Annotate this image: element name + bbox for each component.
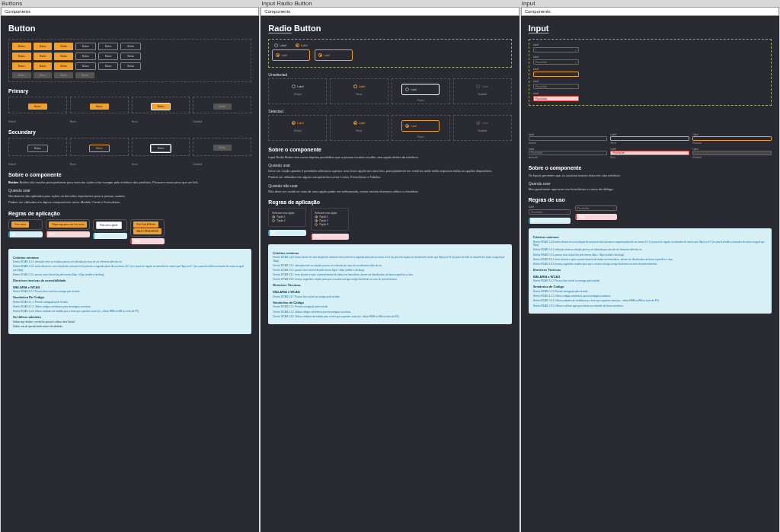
about-heading: Sobre o componente: [268, 147, 511, 152]
state-label: Focused: [692, 142, 772, 145]
input-example-bad[interactable]: Placeholder⌄: [575, 205, 617, 211]
button-outline[interactable]: Button: [98, 53, 119, 60]
button-outline[interactable]: Button: [98, 62, 119, 70]
wai-item: Diretriz WCAG 2.4.7: Possuir foco visíve…: [533, 279, 767, 282]
input-inactive[interactable]: [529, 136, 608, 141]
radio-opt[interactable]: Opção 1: [315, 215, 345, 218]
input-activated[interactable]: Placeholder: [529, 151, 608, 155]
radio-default[interactable]: Label: [289, 84, 306, 89]
select-example-bad: Selecione uma opção: Opção 1 Opção 2 Opç…: [311, 208, 349, 231]
radio-sel-default[interactable]: Label: [289, 120, 306, 126]
chevron-icon: ⌄: [574, 60, 577, 64]
radio-selected-boxed[interactable]: Label: [315, 49, 353, 61]
button-disabled: Button: [12, 72, 31, 78]
radio-opt[interactable]: Opção 2: [272, 219, 302, 222]
section-selected: Selected: [268, 109, 511, 113]
button-primary[interactable]: Button: [34, 62, 53, 70]
when-text: Geralmente são aplicados para ações ou d…: [8, 194, 251, 198]
input-variants: Label|⌄ LabelPlaceholder⌄ Label|⌄ LabelP…: [529, 39, 772, 106]
radio-opt[interactable]: Opção 2: [315, 219, 345, 222]
radio-sel-hover[interactable]: Label: [351, 120, 368, 126]
crit-item: Diretriz WCAG 1.4.3: textos devem ter um…: [273, 256, 507, 262]
about-heading: Sobre o componente: [8, 172, 251, 177]
button-outline[interactable]: Button: [120, 43, 141, 50]
button-primary[interactable]: Button: [34, 43, 53, 50]
button-outline[interactable]: Button: [120, 62, 141, 70]
cta-fale-upper[interactable]: FALE COM A GENTE: [133, 228, 161, 234]
when-heading: Quando usar: [8, 188, 251, 193]
input-focused[interactable]: [692, 136, 772, 141]
cta-fale-caps[interactable]: Fale Com A Gente: [133, 221, 158, 228]
button-secondary-disabled: Button: [213, 145, 232, 151]
cta-long[interactable]: Clique aqui para criar sua conta: [49, 221, 87, 228]
button-primary[interactable]: Button: [54, 62, 73, 70]
input-field-focus[interactable]: |⌄: [533, 72, 579, 77]
radio-selected-boxed[interactable]: Label: [272, 49, 310, 61]
button-primary[interactable]: Button: [54, 53, 73, 60]
dont-callout: Don't: [311, 234, 349, 240]
button-primary[interactable]: Button: [12, 43, 31, 50]
page-title: Radio Button: [268, 24, 511, 33]
chevron-icon: ⌄: [574, 48, 577, 52]
sem-item: Diretriz WCAG 4.1.2: Utilizar códigos se…: [533, 295, 767, 298]
button-secondary-focus[interactable]: Button: [151, 145, 171, 152]
input-field[interactable]: |⌄: [533, 47, 579, 53]
input-field[interactable]: Placeholder⌄: [533, 59, 579, 65]
button-secondary-default[interactable]: Button: [27, 145, 48, 152]
input-field-error[interactable]: Placeholder⌄: [533, 96, 579, 101]
breadcrumb[interactable]: Components: [1, 7, 259, 16]
crit-item: Diretriz WCAG 1.4.3: textos devem ter um…: [533, 241, 767, 247]
col-title: Input: [521, 0, 779, 7]
breadcrumb[interactable]: Components: [521, 7, 779, 16]
button-primary[interactable]: Button: [12, 62, 31, 70]
when-text: Deve ser usado quando é permitido seleci…: [268, 169, 511, 173]
input-example-good[interactable]: Placeholder⌄: [529, 209, 571, 215]
when-no-text: Não deve ser usado se mais de uma opção …: [268, 190, 511, 193]
radio-opt[interactable]: Opção 1: [272, 215, 302, 218]
radio-opt[interactable]: Opção 3: [315, 223, 345, 226]
radio-hover[interactable]: Label: [351, 84, 368, 89]
sem-item: Diretriz WCAG 1.4.4: Utilizar unidades d…: [533, 299, 767, 302]
col-buttons: Buttons Components Button Button Button …: [0, 0, 260, 532]
input-error[interactable]: Placeholder: [610, 151, 689, 155]
radio-unselected[interactable]: Label: [272, 43, 289, 48]
when-text: Podem ser utilizados em alguns component…: [8, 200, 251, 204]
button-primary-hover[interactable]: Button: [90, 104, 109, 110]
section-unselected: Unselected: [268, 72, 511, 77]
sem-item: Diretriz WCAG 1.4.4: Utilizar unidades d…: [13, 310, 247, 313]
button-outline[interactable]: Button: [98, 43, 119, 50]
state-label: Disabled: [193, 163, 251, 166]
radio-focus[interactable]: Label: [401, 84, 440, 95]
button-primary[interactable]: Button: [12, 53, 31, 60]
radio-disabled: Label: [474, 84, 491, 89]
crit-heading: Critérios mínimos: [13, 256, 247, 260]
button-primary[interactable]: Button: [54, 43, 73, 50]
radio-selected-states: LabelDefault LabelHover LabelFocus Label…: [268, 115, 511, 141]
col-input: Input Components Input Label|⌄ LabelPlac…: [520, 0, 780, 532]
button-outline[interactable]: Button: [75, 43, 96, 50]
button-primary-focus[interactable]: Button: [152, 104, 171, 110]
radio-variants: Label Label Label Label: [268, 39, 511, 68]
button-primary[interactable]: Button: [34, 53, 53, 60]
wai-item: Diretriz WCAG 2.4.7: Possuir foco visíve…: [13, 290, 247, 293]
breadcrumb[interactable]: Components: [261, 7, 519, 16]
input-hover[interactable]: [610, 136, 689, 141]
input-field[interactable]: Placeholder: [533, 84, 579, 89]
sem-item: Diretriz WCAG 4.1.2: Utilizar códigos se…: [273, 311, 507, 314]
cta-criar-conta[interactable]: Criar conta: [11, 221, 29, 228]
state-label: Inactive: [529, 142, 608, 145]
radio-sel-focus[interactable]: Label: [401, 120, 440, 132]
button-primary-default[interactable]: Button: [28, 104, 47, 110]
tab-heading: Se Utilizar tabindex: [13, 315, 247, 320]
cta-fale[interactable]: Fale com a gente: [96, 221, 121, 229]
state-label: Disabled: [193, 120, 251, 123]
when-text: Eles geralmente aparecem em formulários …: [529, 187, 772, 191]
button-outline[interactable]: Button: [75, 53, 96, 60]
radio-selected[interactable]: Label: [293, 43, 310, 48]
when-heading: Quando usar: [529, 181, 772, 186]
crit-item: Diretriz WCAG 3.3.1: erros durante e apó…: [533, 258, 767, 261]
button-outline[interactable]: Button: [120, 53, 141, 60]
button-secondary-hover[interactable]: Button: [89, 145, 110, 152]
button-outline[interactable]: Button: [75, 62, 96, 70]
crit-item: Diretriz WCAG 3.3.3: forneça sugestões s…: [273, 278, 507, 281]
